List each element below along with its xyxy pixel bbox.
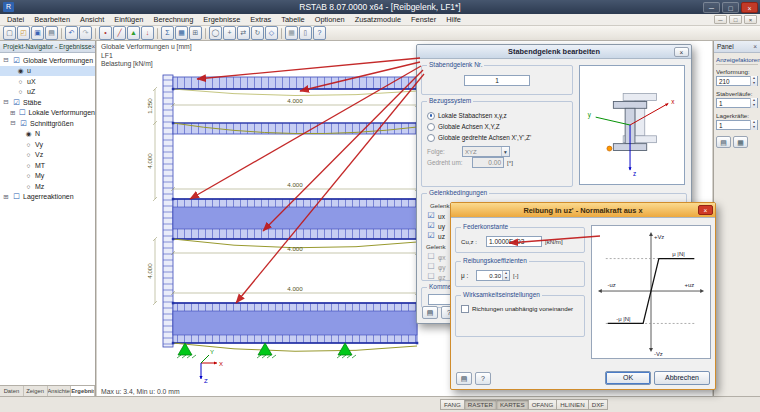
tree-item-vz[interactable]: ○ Vz <box>0 150 95 161</box>
toolbar-icon[interactable]: ◰ <box>17 26 30 40</box>
menu-item[interactable]: Zusatzmodule <box>350 15 406 24</box>
tree-item-ux[interactable]: ○ uX <box>0 76 95 87</box>
tree-item-staebe[interactable]: ⊟ ☑ Stäbe <box>0 97 95 108</box>
menu-item[interactable]: Hilfe <box>441 15 466 24</box>
expand-icon[interactable]: ⊞ <box>9 109 16 117</box>
toolbar-icon[interactable] <box>205 28 206 39</box>
display-factor-input[interactable]: 1 ▴▾ <box>716 120 758 130</box>
toolbar-icon[interactable]: ↓ <box>141 26 154 40</box>
close-icon[interactable]: × <box>741 2 758 13</box>
tree-item-schnittgroessen[interactable]: ⊟ ☑ Schnittgrößen <box>0 118 95 129</box>
dof-checkbox[interactable]: ☐ <box>426 272 436 282</box>
panel-close-icon[interactable]: × <box>753 41 757 52</box>
toolbar-icon[interactable]: + <box>223 26 236 40</box>
radio-off-icon[interactable] <box>427 123 435 131</box>
toolbar-icon[interactable]: ╱ <box>113 26 126 40</box>
spinner-icon[interactable]: ▴▾ <box>750 98 757 108</box>
toolbar-icon[interactable]: ⊞ <box>189 26 202 40</box>
checkbox-unchecked-icon[interactable]: ☐ <box>12 192 21 201</box>
friction-spring-input[interactable]: 1.0000E+03 <box>486 236 542 247</box>
dialog-title-bar[interactable]: Reibung in uz' - Normalkraft aus x × <box>451 203 715 218</box>
toolbar-icon[interactable] <box>95 28 96 39</box>
toolbar-icon[interactable]: ↻ <box>251 26 264 40</box>
toolbar-icon[interactable]: ↶ <box>65 26 78 40</box>
spinner-icon[interactable]: ▴▾ <box>750 76 757 86</box>
toolbar-icon[interactable] <box>157 28 158 39</box>
display-factor-input[interactable]: 210 ▴▾ <box>716 76 758 86</box>
menu-item[interactable]: Berechnung <box>148 15 198 24</box>
toolbar-icon[interactable]: ▤ <box>45 26 58 40</box>
title-bar[interactable]: R RSTAB 8.07.0000 x64 - [Reibgelenk, LF1… <box>0 0 760 14</box>
navigator-tab[interactable]: Ergebnisse <box>71 386 95 396</box>
radio-off-icon[interactable]: ○ <box>24 141 33 148</box>
navigator-tab[interactable]: Daten <box>0 386 24 396</box>
radio-off-icon[interactable] <box>427 134 435 142</box>
dialog-help-button[interactable]: ? <box>475 372 491 385</box>
radio-off-icon[interactable]: ○ <box>24 172 33 179</box>
tree-item-globale-verformungen[interactable]: ⊟ ☑ Globale Verformungen <box>0 55 95 66</box>
snap-toggle-button[interactable]: FANG <box>440 399 465 410</box>
navigator-tab[interactable]: Zeigen <box>24 386 48 396</box>
radio-rotated-axes[interactable]: Globale gedrehte Achsen X',Y',Z' <box>422 132 572 143</box>
minimize-icon[interactable]: ─ <box>703 2 720 13</box>
toolbar-icon[interactable]: Σ <box>161 26 174 40</box>
tree-item-n[interactable]: ◉ N <box>0 129 95 140</box>
snap-toggle-button[interactable]: HLINIEN <box>556 399 588 410</box>
dialog-title-bar[interactable]: Stabendgelenk bearbeiten × <box>417 45 691 59</box>
collapse-icon[interactable]: ⊟ <box>2 98 10 106</box>
menu-item[interactable]: Optionen <box>310 15 350 24</box>
snap-toggle-button[interactable]: DXF <box>588 399 608 410</box>
radio-off-icon[interactable]: ○ <box>16 78 25 85</box>
spinner-icon[interactable]: ▴▾ <box>502 271 509 280</box>
toolbar-icon[interactable]: ◇ <box>265 26 278 40</box>
panel-grid-button[interactable]: ▦ <box>733 136 748 148</box>
tree-item-uz[interactable]: ○ uZ <box>0 87 95 98</box>
tree-item-mz[interactable]: ○ Mz <box>0 181 95 192</box>
tree-item-lokale-verformungen[interactable]: ⊞ ☐ Lokale Verformungen <box>0 108 95 119</box>
tree-item-vy[interactable]: ○ Vy <box>0 139 95 150</box>
toolbar-icon[interactable]: ↷ <box>79 26 92 40</box>
toolbar-icon[interactable]: ▲ <box>127 26 140 40</box>
cancel-button[interactable]: Abbrechen <box>654 371 710 385</box>
checkbox-unchecked-icon[interactable]: ☐ <box>18 108 26 117</box>
display-factor-input[interactable]: 1 ▴▾ <box>716 98 758 108</box>
radio-local-axes[interactable]: Lokale Stabachsen x,y,z <box>422 110 572 121</box>
snap-toggle-button[interactable]: RASTER <box>464 399 497 410</box>
mdi-close-icon[interactable]: × <box>744 15 757 24</box>
friction-coefficient-input[interactable]: 0.30 ▴▾ <box>476 270 510 281</box>
menu-item[interactable]: Fenster <box>406 15 441 24</box>
model-column[interactable] <box>163 75 173 347</box>
tree-item-u[interactable]: ◉ u <box>0 66 95 77</box>
radio-global-axes[interactable]: Globale Achsen X,Y,Z <box>422 121 572 132</box>
toolbar-icon[interactable]: • <box>99 26 112 40</box>
radio-off-icon[interactable]: ○ <box>16 88 25 95</box>
radio-off-icon[interactable]: ○ <box>24 151 33 158</box>
radio-on-icon[interactable]: ◉ <box>24 130 33 138</box>
navigator-close-icon[interactable]: × <box>92 41 95 52</box>
snap-toggle-button[interactable]: KARTES <box>496 399 529 410</box>
snap-toggle-button[interactable]: OFANG <box>528 399 558 410</box>
toolbar-icon[interactable]: ▦ <box>175 26 188 40</box>
mdi-maximize-icon[interactable]: □ <box>729 15 742 24</box>
radio-off-icon[interactable]: ○ <box>24 162 33 169</box>
tree-item-mt[interactable]: ○ MT <box>0 160 95 171</box>
menu-item[interactable]: Extras <box>245 15 276 24</box>
toolbar-icon[interactable] <box>61 28 62 39</box>
radio-off-icon[interactable]: ○ <box>24 183 33 190</box>
directions-independent-checkbox[interactable] <box>461 305 469 313</box>
maximize-icon[interactable]: □ <box>722 2 739 13</box>
menu-item[interactable]: Bearbeiten <box>29 15 75 24</box>
dof-checkbox[interactable]: ☐ <box>426 252 436 262</box>
tree-item-my[interactable]: ○ My <box>0 171 95 182</box>
dof-checkbox[interactable]: ☑ <box>426 211 436 221</box>
menu-item[interactable]: Ansicht <box>75 15 109 24</box>
toolbar-icon[interactable]: ▣ <box>31 26 44 40</box>
radio-on-icon[interactable] <box>427 112 435 120</box>
tree-item-lagerreaktionen[interactable]: ⊞ ☐ Lagerreaktionen <box>0 192 95 203</box>
sequence-select[interactable]: XYZ ▾ <box>462 146 510 157</box>
expand-icon[interactable]: ⊞ <box>2 193 10 201</box>
menu-item[interactable]: Tabelle <box>276 15 309 24</box>
collapse-icon[interactable]: ⊟ <box>9 119 17 127</box>
dialog-details-button[interactable]: ▤ <box>456 372 472 385</box>
hinge-number-input[interactable]: 1 <box>464 75 530 86</box>
